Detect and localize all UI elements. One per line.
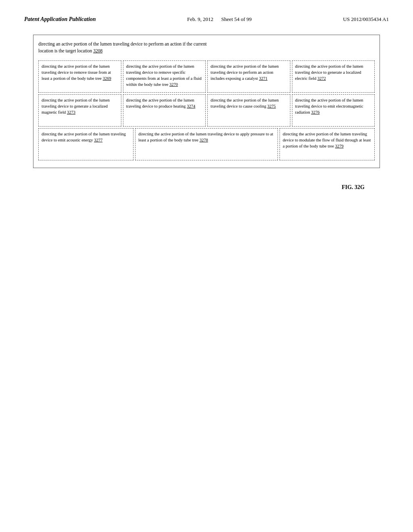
box-3276: directing the active portion of the lume…	[292, 94, 375, 127]
publication-label: Patent Application Publication	[24, 16, 96, 23]
figure-caption: FIG. 32G	[24, 184, 389, 191]
box-3273: directing the active portion of the lume…	[38, 94, 121, 127]
publication-number: US 2012/0035434 A1	[343, 16, 389, 23]
box-3274: directing the active portion of the lume…	[123, 94, 206, 127]
diagram-title-ref: 3208	[93, 48, 102, 53]
diagram-container: directing an active portion of the lumen…	[33, 35, 380, 168]
diagram-title-line2: location is the target location	[38, 48, 93, 53]
diagram-row-1: directing the active portion of the lume…	[38, 60, 375, 93]
box-3279: directing the active portion of the lume…	[280, 128, 375, 160]
diagram-title-line1: directing an active portion of the lumen…	[38, 42, 206, 46]
publication-date-and-sheet: Feb. 9, 2012 Sheet 54 of 99	[187, 16, 252, 23]
box-3269: directing the active portion of the lume…	[38, 60, 121, 93]
publication-date: Feb. 9, 2012	[187, 16, 213, 22]
diagram-row-2: directing the active portion of the lume…	[38, 94, 375, 127]
box-3278: directing the active portion of the lume…	[135, 128, 278, 160]
diagram-row-3: directing the active portion of the lume…	[38, 128, 375, 160]
page-header: Patent Application Publication Feb. 9, 2…	[24, 16, 389, 23]
box-3272: directing the active portion of the lume…	[292, 60, 375, 93]
sheet-number: Sheet 54 of 99	[221, 16, 252, 22]
box-3271: directing the active portion of the lume…	[207, 60, 290, 93]
box-3275: directing the active portion of the lume…	[207, 94, 290, 127]
box-3270: directing the active portion of the lume…	[123, 60, 206, 93]
diagram-title: directing an active portion of the lumen…	[38, 41, 375, 55]
page: Patent Application Publication Feb. 9, 2…	[0, 0, 413, 532]
box-3277: directing the active portion of the lume…	[38, 128, 133, 160]
